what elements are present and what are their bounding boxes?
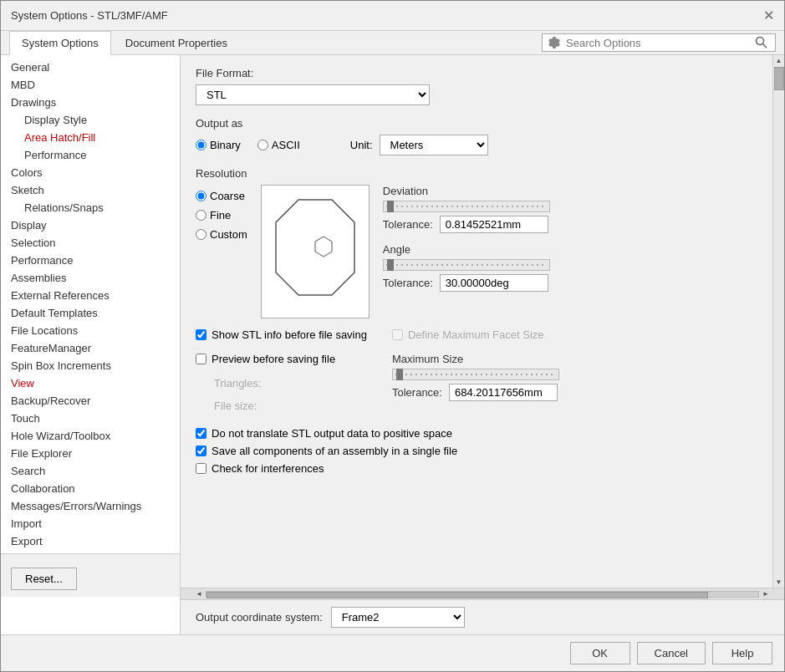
horizontal-scrollbar[interactable]: ◄ ►	[181, 588, 784, 599]
save-all-components-checkbox[interactable]	[196, 445, 206, 456]
binary-radio-label[interactable]: Binary	[196, 139, 241, 151]
deviation-slider-thumb[interactable]	[387, 201, 394, 212]
reset-button[interactable]: Reset...	[11, 568, 77, 590]
ok-button[interactable]: OK	[570, 642, 630, 664]
output-as-label: Output as	[196, 117, 757, 130]
sidebar-item-touch[interactable]: Touch	[1, 410, 180, 427]
sidebar-item-display-style[interactable]: Display Style	[1, 111, 180, 129]
angle-group: Angle Tolerance:	[383, 243, 757, 292]
sidebar-item-messages[interactable]: Messages/Errors/Warnings	[1, 497, 180, 515]
deviation-tolerance-input[interactable]	[440, 216, 548, 233]
sidebar-item-backup-recover[interactable]: Backup/Recover	[1, 392, 180, 410]
title-bar: System Options - STL/3MF/AMF ✕	[1, 1, 784, 31]
preview-before-saving-checkbox-label[interactable]: Preview before saving file	[196, 353, 367, 365]
help-button[interactable]: Help	[712, 642, 772, 664]
max-size-slider-bar[interactable]	[392, 369, 559, 380]
sidebar-item-view[interactable]: View	[1, 374, 180, 392]
max-size-tolerance-input[interactable]	[449, 384, 558, 401]
angle-label: Angle	[383, 243, 757, 256]
main-content: General MBD Drawings Display Style Area …	[1, 55, 784, 634]
define-max-facet-checkbox[interactable]	[392, 329, 403, 340]
bottom-bar: OK Cancel Help	[1, 634, 784, 671]
custom-radio[interactable]	[196, 229, 206, 240]
sidebar-item-performance[interactable]: Performance	[1, 252, 180, 269]
file-format-section: File Format: STL 3MF AMF	[196, 67, 757, 105]
custom-radio-label[interactable]: Custom	[196, 228, 247, 241]
sidebar-item-hole-wizard[interactable]: Hole Wizard/Toolbox	[1, 427, 180, 445]
deviation-tolerance-label: Tolerance:	[383, 218, 433, 231]
gear-icon	[548, 36, 561, 49]
ascii-radio[interactable]	[257, 140, 268, 150]
unit-row: Unit: Meters Centimeters Millimeters Inc…	[350, 135, 488, 155]
tab-document-properties[interactable]: Document Properties	[113, 31, 240, 54]
max-size-tolerance-label: Tolerance:	[392, 386, 442, 399]
binary-radio[interactable]	[196, 140, 206, 150]
close-button[interactable]: ✕	[763, 9, 774, 23]
deviation-slider-bar[interactable]	[383, 201, 550, 212]
sidebar-item-spin-box[interactable]: Spin Box Increments	[1, 357, 180, 374]
angle-tolerance-row: Tolerance:	[383, 274, 757, 292]
unit-select[interactable]: Meters Centimeters Millimeters Inches Fe…	[380, 135, 488, 155]
sidebar-item-sketch[interactable]: Sketch	[1, 181, 180, 199]
sidebar-item-collaboration[interactable]: Collaboration	[1, 480, 180, 497]
ascii-radio-label[interactable]: ASCII	[257, 139, 300, 151]
show-stl-info-checkbox-label[interactable]: Show STL info before file saving	[196, 328, 367, 341]
sidebar-item-file-locations[interactable]: File Locations	[1, 322, 180, 339]
cancel-button[interactable]: Cancel	[637, 642, 706, 664]
sidebar-item-performance-draw[interactable]: Performance	[1, 146, 180, 164]
sidebar-item-search[interactable]: Search	[1, 462, 180, 480]
check-interferences-checkbox-label[interactable]: Check for interferences	[196, 462, 757, 475]
sidebar-item-file-explorer[interactable]: File Explorer	[1, 445, 180, 462]
coarse-radio[interactable]	[196, 191, 206, 201]
sidebar-item-feature-manager[interactable]: FeatureManager	[1, 339, 180, 357]
search-input[interactable]	[566, 37, 750, 49]
sidebar-item-import[interactable]: Import	[1, 515, 180, 532]
sidebar-item-drawings[interactable]: Drawings	[1, 94, 180, 111]
angle-tolerance-input[interactable]	[440, 274, 548, 292]
unit-label: Unit:	[350, 139, 373, 151]
sidebar-item-display[interactable]: Display	[1, 216, 180, 234]
search-area	[542, 33, 776, 52]
file-format-select[interactable]: STL 3MF AMF	[196, 84, 430, 105]
scroll-right-arrow[interactable]: ►	[759, 590, 772, 598]
check-interferences-checkbox[interactable]	[196, 463, 206, 474]
resolution-main-row: Coarse Fine Custom	[196, 185, 757, 318]
fine-radio-label[interactable]: Fine	[196, 209, 247, 221]
scroll-up-arrow[interactable]: ▲	[774, 55, 784, 66]
define-max-facet-checkbox-label[interactable]: Define Maximum Facet Size	[392, 328, 559, 341]
show-stl-info-checkbox[interactable]	[196, 329, 206, 340]
fine-radio[interactable]	[196, 210, 206, 221]
scroll-left-arrow[interactable]: ◄	[192, 590, 206, 598]
sidebar-item-mbd[interactable]: MBD	[1, 76, 180, 94]
sidebar-item-assemblies[interactable]: Assemblies	[1, 269, 180, 287]
svg-point-0	[757, 38, 764, 45]
scroll-thumb-top[interactable]	[774, 67, 784, 90]
do-not-translate-checkbox-label[interactable]: Do not translate STL output data to posi…	[196, 427, 757, 440]
output-coord-select[interactable]: Frame2 Frame1 Default	[331, 607, 465, 628]
sidebar-item-selection[interactable]: Selection	[1, 234, 180, 252]
h-scroll-track[interactable]	[206, 591, 759, 598]
vertical-scrollbar[interactable]: ▲ ▼	[772, 55, 784, 588]
sidebar-item-default-templates[interactable]: Default Templates	[1, 304, 180, 322]
sidebar-item-relations-snaps[interactable]: Relations/Snaps	[1, 199, 180, 216]
sidebar-item-external-references[interactable]: External References	[1, 287, 180, 304]
max-size-slider-thumb[interactable]	[396, 369, 403, 380]
tabs-bar: System Options Document Properties	[1, 31, 784, 55]
sidebar-item-export[interactable]: Export	[1, 532, 180, 550]
h-scroll-thumb[interactable]	[206, 592, 708, 598]
deviation-angle-section: Deviation Tolerance:	[383, 185, 757, 318]
angle-slider-thumb[interactable]	[387, 259, 394, 271]
search-icon[interactable]	[755, 36, 768, 49]
resolution-container: Resolution Coarse Fine	[196, 167, 757, 415]
save-all-components-checkbox-label[interactable]: Save all components of an assembly in a …	[196, 445, 757, 457]
deviation-label: Deviation	[383, 185, 757, 197]
angle-slider-bar[interactable]	[383, 259, 550, 271]
do-not-translate-checkbox[interactable]	[196, 428, 206, 439]
sidebar-item-colors[interactable]: Colors	[1, 164, 180, 181]
coarse-radio-label[interactable]: Coarse	[196, 190, 247, 202]
preview-before-saving-checkbox[interactable]	[196, 354, 206, 364]
tab-system-options[interactable]: System Options	[9, 31, 111, 55]
sidebar-item-area-hatch[interactable]: Area Hatch/Fill	[1, 129, 180, 146]
scroll-down-arrow[interactable]: ▼	[774, 577, 784, 588]
sidebar-item-general[interactable]: General	[1, 59, 180, 76]
